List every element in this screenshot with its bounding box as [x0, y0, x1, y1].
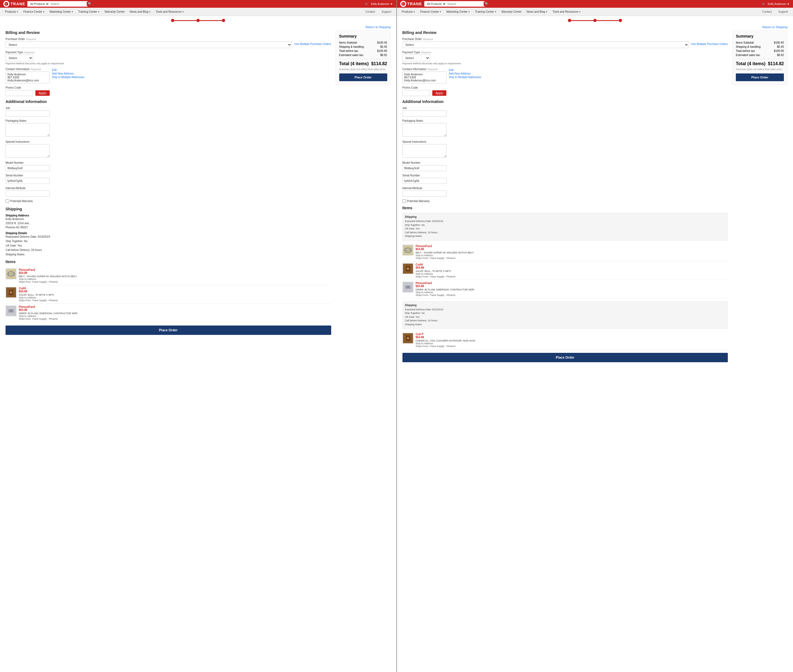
ship-multiple-left[interactable]: Ship to Multiple Addresses — [52, 76, 85, 79]
cart-icon-left[interactable]: 🛒 — [365, 3, 368, 5]
item-info-1-right: PlenumFan2 $54.88 BELT - 5VX382 SUPER HC… — [416, 245, 728, 259]
search-button-right[interactable]: 🔍 — [484, 2, 490, 6]
nav-tools-right[interactable]: Tools and Resources ▼ — [551, 8, 583, 15]
nav-contact-right[interactable]: Contact — [760, 8, 774, 15]
item-name-1-left: PlenumFan2 — [19, 268, 331, 271]
promo-input-left[interactable] — [5, 90, 33, 96]
logo-circle: T — [3, 1, 10, 7]
arrow-tools-right: ▼ — [579, 11, 581, 13]
step-3-left — [222, 19, 225, 22]
potential-warranty-label-right: Potential Warranty — [407, 200, 430, 203]
shipping-group-2-title-right: Shipping — [405, 304, 726, 307]
use-multiple-link-left[interactable]: Use Multiple Purchase Orders — [294, 43, 331, 46]
trane-icon: T — [4, 2, 8, 6]
payment-type-select-left[interactable]: Select — [5, 54, 33, 61]
potential-warranty-checkbox-left[interactable] — [5, 199, 9, 203]
job-group-left: Job — [5, 107, 331, 117]
trane-logo-text-right: TRANE — [407, 2, 422, 6]
summary-before-tax-label-right: Total before tax: — [736, 50, 755, 53]
arrow-training-left: ▼ — [98, 11, 100, 13]
edit-contact-right[interactable]: Edit — [449, 69, 481, 72]
user-name-left[interactable]: Kelly Anderson ▼ — [371, 3, 393, 5]
summary-place-order-btn-left[interactable]: Place Order — [339, 74, 387, 81]
model-number-input-left[interactable] — [5, 165, 50, 171]
potential-warranty-checkbox-right[interactable] — [402, 199, 406, 203]
search-bar-right[interactable]: All Products 🔍 — [424, 1, 485, 6]
place-order-btn-bottom-left[interactable]: Place Order — [5, 325, 331, 335]
serial-number-input-right[interactable] — [402, 178, 447, 184]
return-to-shipping-right[interactable]: Return to Shipping — [397, 25, 793, 30]
job-input-left[interactable] — [5, 110, 50, 117]
return-to-shipping-left[interactable]: Return to Shipping — [0, 25, 396, 30]
special-instr-textarea-right[interactable] — [402, 144, 447, 158]
billing-title-left: Billing and Review — [5, 30, 331, 35]
contact-label-right: Contact Information Required — [402, 68, 447, 71]
internal-attr-input-left[interactable] — [5, 190, 50, 197]
drier-icon-left — [6, 306, 16, 316]
contact-links-right: Edit Add New Address Ship to Multiple Ad… — [449, 69, 481, 79]
item-price-2-right: $54.88 — [416, 266, 728, 269]
nav-marketing-left[interactable]: Marketing Center ▼ — [48, 8, 76, 15]
place-order-btn-bottom-right[interactable]: Place Order — [402, 353, 728, 362]
purchase-order-select-left[interactable]: Select — [5, 42, 292, 48]
job-input-right[interactable] — [402, 110, 447, 117]
purchase-order-select-right[interactable]: Select — [402, 42, 689, 48]
contact-phone-left: 867-5309 — [8, 76, 48, 79]
nav-products-left[interactable]: Products ▼ — [3, 8, 21, 15]
packaging-textarea-left[interactable] — [5, 123, 50, 137]
internal-attr-input-right[interactable] — [402, 190, 447, 197]
ship-multiple-right[interactable]: Ship to Multiple Addresses — [449, 76, 481, 79]
summary-tax-label-right: Estimated sales tax: — [736, 54, 760, 57]
potential-warranty-right[interactable]: Potential Warranty — [402, 199, 728, 203]
potential-warranty-left[interactable]: Potential Warranty — [5, 199, 331, 203]
nav-news-left[interactable]: News and Blog ▼ — [128, 8, 153, 15]
nav-finance-left[interactable]: Finance Center ▼ — [21, 8, 46, 15]
nav-finance-right[interactable]: Finance Center ▼ — [418, 8, 444, 15]
nav-tools-left[interactable]: Tools and Resources ▼ — [154, 8, 186, 15]
nav-news-right[interactable]: News and Blog ▼ — [524, 8, 549, 15]
item-desc-2-right: VALVE: BALL, 75 NPTE X NPTI — [416, 270, 728, 272]
nav-warranty-left[interactable]: Warranty Center — [103, 8, 127, 15]
search-input-left[interactable] — [50, 2, 87, 6]
arrow-news-right: ▼ — [546, 11, 548, 13]
search-category-select-left[interactable]: All Products — [29, 2, 50, 6]
summary-col-right: Summary Items Subtotal: $100.45 Shipping… — [732, 30, 788, 667]
nav-support-left[interactable]: Support — [379, 8, 393, 15]
step-line-1-left — [174, 20, 196, 21]
logo-circle-right: T — [400, 1, 406, 7]
search-button-left[interactable]: 🔍 — [87, 2, 93, 6]
user-name-right[interactable]: Kelly Anderson ▼ — [768, 3, 790, 5]
add-new-address-right[interactable]: Add New Address — [449, 72, 481, 75]
special-instr-textarea-left[interactable] — [5, 144, 50, 158]
payment-type-select-right[interactable]: Select — [402, 54, 430, 61]
nav-training-left[interactable]: Training Center ▼ — [76, 8, 102, 15]
purchase-order-group-right: Purchase Order Required Select — [402, 38, 689, 48]
nav-marketing-right[interactable]: Marketing Center ▼ — [444, 8, 472, 15]
header-icons-right: 🛒 Kelly Anderson ▼ — [762, 3, 790, 5]
apply-button-left[interactable]: Apply — [35, 90, 50, 96]
add-new-address-left[interactable]: Add New Address — [52, 72, 85, 75]
model-number-input-right[interactable] — [402, 165, 447, 171]
nav-contact-left[interactable]: Contact — [363, 8, 377, 15]
apply-button-right[interactable]: Apply — [432, 90, 447, 96]
edit-contact-left[interactable]: Edit — [52, 69, 85, 72]
summary-place-order-btn-right[interactable]: Place Order — [736, 74, 784, 81]
use-multiple-link-right[interactable]: Use Multiple Purchase Orders — [691, 43, 728, 46]
promo-input-right[interactable] — [402, 90, 430, 96]
nav-support-right[interactable]: Support — [776, 8, 790, 15]
cart-icon-right[interactable]: 🛒 — [762, 3, 765, 5]
summary-subtotal-row-right: Items Subtotal: $100.45 — [736, 41, 784, 44]
arrow-products-right: ▼ — [413, 11, 415, 13]
nav-products-right[interactable]: Products ▼ — [400, 8, 417, 15]
search-input-right[interactable] — [446, 2, 484, 6]
item-info-2-right: CoilH $54.88 VALVE: BALL, 75 NPTE X NPTI… — [416, 263, 728, 278]
serial-number-input-left[interactable] — [5, 178, 50, 184]
nav-training-right[interactable]: Training Center ▼ — [473, 8, 499, 15]
nav-right-right: Contact Support — [760, 8, 790, 15]
search-bar-left[interactable]: All Products 🔍 — [27, 1, 88, 6]
search-category-select-right[interactable]: All Products — [426, 2, 446, 6]
packaging-textarea-right[interactable] — [402, 123, 447, 137]
nav-warranty-right[interactable]: Warranty Center — [499, 8, 524, 15]
item-row-3-right: PlenumFan2 $54.88 DRIER: BI FLOW: EMERSO… — [402, 280, 728, 298]
svg-point-24 — [407, 337, 409, 339]
